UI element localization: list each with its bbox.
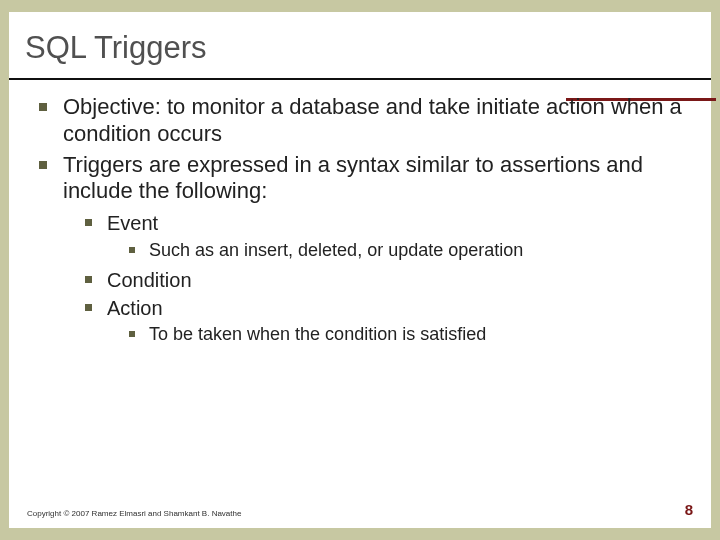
- sub-sub-bullet-list: To be taken when the condition is satisf…: [129, 324, 691, 346]
- slide: SQL Triggers Objective: to monitor a dat…: [9, 12, 711, 528]
- footer: Copyright © 2007 Ramez Elmasri and Shamk…: [27, 501, 693, 518]
- sub-sub-bullet-item: Such as an insert, deleted, or update op…: [129, 240, 691, 262]
- sub-bullet-item: Action To be taken when the condition is…: [85, 296, 691, 346]
- bullet-text: Objective: to monitor a database and tak…: [63, 94, 682, 146]
- slide-title: SQL Triggers: [9, 12, 711, 78]
- sub-bullet-list: Event Such as an insert, deleted, or upd…: [85, 211, 691, 346]
- sub-sub-bullet-text: Such as an insert, deleted, or update op…: [149, 240, 523, 260]
- copyright-text: Copyright © 2007 Ramez Elmasri and Shamk…: [27, 509, 241, 518]
- sub-bullet-item: Condition: [85, 268, 691, 292]
- bullet-text: Triggers are expressed in a syntax simil…: [63, 152, 643, 204]
- content-area: Objective: to monitor a database and tak…: [9, 84, 711, 346]
- sub-sub-bullet-list: Such as an insert, deleted, or update op…: [129, 240, 691, 262]
- sub-bullet-text: Event: [107, 212, 158, 234]
- bullet-list: Objective: to monitor a database and tak…: [39, 94, 691, 346]
- sub-bullet-item: Event Such as an insert, deleted, or upd…: [85, 211, 691, 261]
- sub-sub-bullet-text: To be taken when the condition is satisf…: [149, 324, 486, 344]
- sub-sub-bullet-item: To be taken when the condition is satisf…: [129, 324, 691, 346]
- bullet-item: Triggers are expressed in a syntax simil…: [39, 152, 691, 347]
- sub-bullet-text: Action: [107, 297, 163, 319]
- bullet-item: Objective: to monitor a database and tak…: [39, 94, 691, 148]
- sub-bullet-text: Condition: [107, 269, 192, 291]
- title-underline: [9, 78, 711, 80]
- page-number: 8: [685, 501, 693, 518]
